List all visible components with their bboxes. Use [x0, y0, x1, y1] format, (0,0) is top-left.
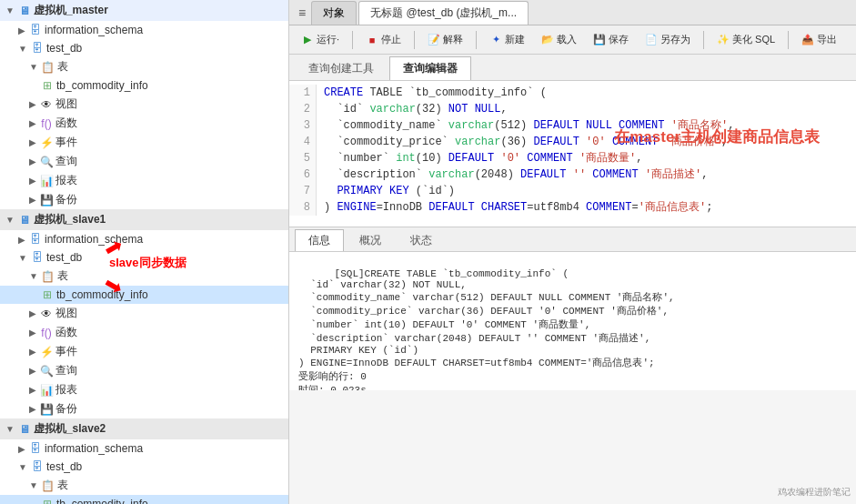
- event-icon-master: ⚡: [39, 136, 54, 150]
- group-event-master[interactable]: ▶ ⚡ 事件: [0, 133, 288, 152]
- new-icon: ✦: [489, 34, 502, 46]
- load-label: 载入: [557, 33, 577, 46]
- group-func-slave1[interactable]: ▶ f() 函数: [0, 323, 288, 342]
- bottom-tab-overview[interactable]: 概况: [346, 229, 395, 251]
- group-func-label-master: 函数: [55, 116, 77, 131]
- group-table-slave2[interactable]: ▼ 📋 表: [0, 476, 288, 495]
- group-query-label-master: 查询: [55, 154, 77, 169]
- code-line-7: 7 PRIMARY KEY (`id`): [289, 183, 856, 199]
- db-testdb-master[interactable]: ▼ 🗄 test_db: [0, 39, 288, 57]
- run-label: 运行·: [317, 33, 339, 46]
- save-label: 保存: [609, 33, 629, 46]
- server-slave1[interactable]: ▼ 🖥 虚拟机_slave1: [0, 209, 288, 230]
- group-query-slave1[interactable]: ▶ 🔍 查询: [0, 361, 288, 380]
- group-table-master[interactable]: ▼ 📋 表: [0, 57, 288, 76]
- code-line-6: 6 `description` varchar(2048) DEFAULT ''…: [289, 166, 856, 183]
- group-backup-label-slave1: 备份: [55, 401, 77, 417]
- group-label-table-slave1: 表: [57, 268, 68, 284]
- run-icon: ▶: [301, 34, 314, 46]
- beautify-button[interactable]: ✨ 美化 SQL: [710, 30, 781, 49]
- func-icon-master: f(): [39, 116, 54, 131]
- sidebar: ▼ 🖥 虚拟机_master ▶ 🗄 information_schema ▼ …: [0, 0, 289, 504]
- bottom-tab-info-label: 信息: [308, 234, 330, 247]
- sep4: [703, 31, 704, 49]
- run-button[interactable]: ▶ 运行·: [295, 30, 346, 49]
- save-button[interactable]: 💾 保存: [587, 30, 635, 49]
- code-area[interactable]: 1 CREATE TABLE `tb_commodity_info` ( 2 `…: [289, 81, 856, 227]
- bottom-tabs: 信息 概况 状态: [289, 227, 856, 252]
- table-folder-icon-master: 📋: [41, 60, 55, 75]
- group-event-slave1[interactable]: ▶ ⚡ 事件: [0, 342, 288, 361]
- bottom-tab-status[interactable]: 状态: [397, 229, 446, 251]
- group-backup-master[interactable]: ▶ 💾 备份: [0, 190, 288, 209]
- watermark: 鸡农编程进阶笔记: [778, 486, 851, 499]
- server-master[interactable]: ▼ 🖥 虚拟机_master: [0, 0, 288, 21]
- table-icon-slave1: ⊞: [40, 287, 55, 302]
- db-label-info-slave1: information_schema: [45, 233, 143, 246]
- db-label-info-master: information_schema: [45, 24, 143, 36]
- sub-tab-query-editor[interactable]: 查询编辑器: [389, 56, 471, 80]
- db-icon-testdb-slave2: 🗄: [30, 459, 45, 474]
- table-label-master: tb_commodity_info: [56, 79, 148, 92]
- group-backup-slave1[interactable]: ▶ 💾 备份: [0, 399, 288, 418]
- bottom-tab-overview-label: 概况: [359, 234, 381, 247]
- db-info-schema-slave2[interactable]: ▶ 🗄 information_schema: [0, 439, 288, 458]
- view-icon-master: 👁: [39, 97, 54, 112]
- server-label-slave2: 虚拟机_slave2: [34, 421, 106, 437]
- sub-tab-create-tool[interactable]: 查询创建工具: [295, 56, 388, 80]
- group-label-table-slave2: 表: [57, 478, 68, 493]
- saveas-icon: 📄: [645, 34, 658, 46]
- table-tb-commodity-slave1[interactable]: ⊞ tb_commodity_info: [0, 286, 288, 304]
- save-icon: 💾: [593, 34, 606, 46]
- new-button[interactable]: ✦ 新建: [483, 30, 531, 49]
- group-report-slave1[interactable]: ▶ 📊 报表: [0, 380, 288, 399]
- explain-button[interactable]: 📝 解释: [421, 30, 469, 49]
- group-view-master[interactable]: ▶ 👁 视图: [0, 95, 288, 114]
- tab-objects[interactable]: 对象: [311, 1, 357, 25]
- group-report-master[interactable]: ▶ 📊 报表: [0, 171, 288, 190]
- server-icon-slave2: 🖥: [17, 422, 32, 437]
- bottom-tab-info[interactable]: 信息: [295, 229, 344, 251]
- sep5: [788, 31, 789, 49]
- group-func-master[interactable]: ▶ f() 函数: [0, 114, 288, 133]
- db-info-schema-slave1[interactable]: ▶ 🗄 information_schema: [0, 230, 288, 248]
- load-button[interactable]: 📂 载入: [535, 30, 583, 49]
- group-event-label-slave1: 事件: [55, 344, 77, 359]
- table-label-slave2: tb_commodity_info: [56, 498, 148, 504]
- table-tb-commodity-slave2[interactable]: ⊞ tb_commodity_info: [0, 495, 288, 504]
- right-panel: ≡ 对象 无标题 @test_db (虚拟机_m... ▶ 运行· ■ 停止 📝…: [289, 0, 856, 504]
- stop-button[interactable]: ■ 停止: [359, 30, 408, 49]
- group-query-label-slave1: 查询: [55, 363, 77, 378]
- saveas-button[interactable]: 📄 另存为: [639, 30, 697, 49]
- table-folder-icon-slave1: 📋: [41, 269, 55, 284]
- db-info-schema-master[interactable]: ▶ 🗄 information_schema: [0, 21, 288, 39]
- hamburger-icon[interactable]: ≡: [293, 4, 311, 22]
- explain-icon: 📝: [428, 34, 440, 46]
- report-icon-master: 📊: [39, 174, 54, 188]
- event-icon-slave1: ⚡: [39, 345, 54, 359]
- db-label-testdb-master: test_db: [46, 42, 82, 55]
- code-line-5: 5 `number` int(10) DEFAULT '0' COMMENT '…: [289, 150, 856, 166]
- arrow-master: ▼: [5, 5, 15, 15]
- bottom-content-text: [SQL]CREATE TABLE `tb_commodity_info` ( …: [298, 268, 675, 390]
- backup-icon-master: 💾: [39, 193, 54, 207]
- tab-query-label: 无标题 @test_db (虚拟机_m...: [370, 6, 517, 19]
- bottom-content: [SQL]CREATE TABLE `tb_commodity_info` ( …: [289, 252, 856, 390]
- beautify-label: 美化 SQL: [732, 33, 775, 46]
- server-slave2[interactable]: ▼ 🖥 虚拟机_slave2: [0, 418, 288, 439]
- table-tb-commodity-master[interactable]: ⊞ tb_commodity_info: [0, 76, 288, 95]
- group-view-slave1[interactable]: ▶ 👁 视图: [0, 304, 288, 323]
- bottom-tab-status-label: 状态: [410, 234, 432, 247]
- export-button[interactable]: 📤 导出: [795, 30, 843, 49]
- toolbar: ▶ 运行· ■ 停止 📝 解释 ✦ 新建 📂 载入 💾 保存 📄 另存为: [289, 25, 856, 55]
- db-icon-testdb-master: 🗄: [30, 41, 45, 55]
- db-testdb-slave2[interactable]: ▼ 🗄 test_db: [0, 458, 288, 476]
- tab-query[interactable]: 无标题 @test_db (虚拟机_m...: [358, 1, 529, 25]
- load-icon: 📂: [541, 34, 554, 46]
- func-icon-slave1: f(): [39, 326, 54, 340]
- explain-label: 解释: [443, 33, 463, 46]
- group-query-master[interactable]: ▶ 🔍 查询: [0, 152, 288, 171]
- stop-icon: ■: [366, 34, 378, 46]
- top-tab-bar: ≡ 对象 无标题 @test_db (虚拟机_m...: [289, 0, 856, 25]
- backup-icon-slave1: 💾: [39, 402, 54, 417]
